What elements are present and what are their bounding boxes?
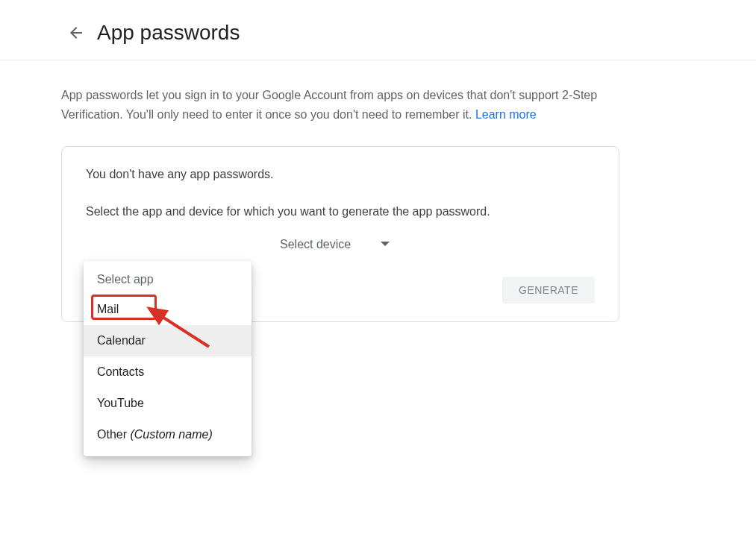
header: App passwords: [0, 0, 756, 60]
option-other-prefix: Other: [97, 428, 130, 441]
intro-text: App passwords let you sign in to your Go…: [61, 86, 619, 124]
app-option-other[interactable]: Other (Custom name): [84, 419, 252, 450]
back-arrow-icon[interactable]: [67, 24, 85, 42]
page-title: App passwords: [97, 21, 240, 45]
select-instruction: Select the app and device for which you …: [86, 205, 595, 218]
generate-button[interactable]: GENERATE: [502, 277, 595, 303]
dropdown-placeholder: Select app: [84, 267, 252, 294]
app-option-calendar[interactable]: Calendar: [84, 325, 252, 356]
selectors-row: Select device: [86, 233, 595, 256]
no-passwords-text: You don't have any app passwords.: [86, 168, 595, 181]
select-app-dropdown-menu: Select app Mail Calendar Contacts YouTub…: [84, 261, 252, 456]
app-option-mail[interactable]: Mail: [84, 294, 252, 325]
chevron-down-icon: [381, 238, 390, 251]
select-device-placeholder: Select device: [280, 238, 351, 251]
select-device-dropdown[interactable]: Select device: [280, 233, 390, 256]
select-app-dropdown-trigger[interactable]: [86, 233, 235, 256]
option-label: Mail: [97, 303, 119, 315]
option-label: Contacts: [97, 365, 144, 378]
option-label: Calendar: [97, 334, 146, 347]
option-other-suffix: (Custom name): [130, 428, 212, 441]
option-label: YouTube: [97, 397, 144, 409]
app-option-contacts[interactable]: Contacts: [84, 356, 252, 388]
learn-more-link[interactable]: Learn more: [475, 108, 537, 121]
app-option-youtube[interactable]: YouTube: [84, 388, 252, 419]
